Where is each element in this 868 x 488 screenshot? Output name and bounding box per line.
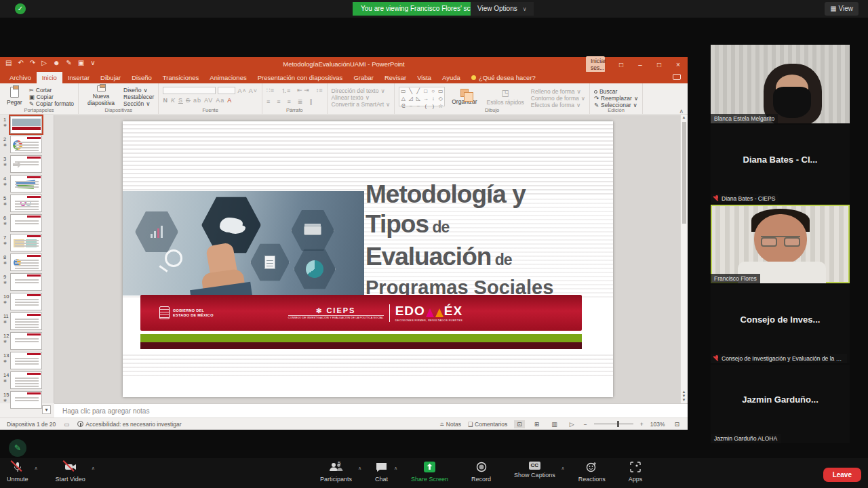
italic-button[interactable]: K xyxy=(171,97,176,104)
show-captions-button[interactable]: CC Show Captions ∧ xyxy=(514,462,555,483)
new-slide-button[interactable]: Nueva diapositiva xyxy=(83,85,119,106)
captions-chevron[interactable]: ∧ xyxy=(561,466,565,471)
record-button[interactable]: Record xyxy=(471,462,491,483)
participants-button[interactable]: 5 Participants ∧ xyxy=(320,462,352,483)
text-direction-button[interactable]: Dirección del texto ∨ xyxy=(332,87,391,94)
ppt-menu-tab-dibujar[interactable]: Dibujar xyxy=(95,72,126,83)
bold-button[interactable]: N xyxy=(163,97,168,104)
slide-title[interactable]: Metodología y Tipos de Evaluación de Pro… xyxy=(366,180,610,300)
justify-button[interactable]: ≣ xyxy=(298,98,303,105)
video-options-chevron[interactable]: ∧ xyxy=(92,466,95,471)
shape-outline-button[interactable]: Contorno de forma ∨ xyxy=(531,95,585,102)
ppt-menu-tab-ayuda[interactable]: Ayuda xyxy=(437,72,466,83)
unmute-button[interactable]: Unmute ∧ xyxy=(7,462,28,483)
normal-view-button[interactable]: ⊡ xyxy=(514,420,525,428)
participant-tile-diana[interactable]: Diana Bates - CI... Diana Bates - CIEPS xyxy=(711,125,850,203)
zoom-level[interactable]: 103% xyxy=(650,421,665,428)
zoom-in-button[interactable]: + xyxy=(640,421,644,428)
ppt-menu-tab-presentaci-n-con-diapositivas[interactable]: Presentación con diapositivas xyxy=(252,72,349,83)
ppt-menu-tab-archivo[interactable]: Archivo xyxy=(4,72,37,83)
comments-toggle[interactable]: ❑ Comentarios xyxy=(468,421,507,428)
fit-slide-button[interactable]: ⊡ xyxy=(671,420,682,428)
change-case-button[interactable]: Aa xyxy=(216,97,224,104)
security-shield-icon[interactable]: ✓ xyxy=(15,3,26,14)
participant-tile-jazmin[interactable]: Jazmin Garduño... Jazmin Garduño ALOHA xyxy=(711,365,850,443)
tell-me-box[interactable]: ¿Qué desea hacer? xyxy=(466,72,541,83)
grow-shrink-font[interactable]: A˄ A˅ xyxy=(237,87,258,94)
slide-thumbnail-1[interactable]: 1✱ xyxy=(0,115,54,135)
align-right-button[interactable]: ≡ xyxy=(287,98,290,105)
ppt-menu-tab-grabar[interactable]: Grabar xyxy=(348,72,379,83)
slide-thumbnail-9[interactable]: 9✱ xyxy=(0,272,54,292)
align-left-button[interactable]: ≡ xyxy=(267,98,270,105)
slide-thumbnail-6[interactable]: 6✱ xyxy=(0,214,54,233)
numbering-button[interactable]: ⒈≡ xyxy=(281,87,290,96)
replace-button[interactable]: ↷Reemplazar ∨ xyxy=(594,95,638,102)
slide-canvas[interactable]: Metodología y Tipos de Evaluación de Pro… xyxy=(123,121,613,397)
shape-fill-button[interactable]: Relleno de forma ∨ xyxy=(531,88,585,95)
bullets-button[interactable]: ∷≡ xyxy=(267,87,274,96)
participant-tile-blanca[interactable]: Blanca Estela Melgarito xyxy=(711,45,850,123)
ppt-menu-tab-transiciones[interactable]: Transiciones xyxy=(157,72,205,83)
reset-button[interactable]: Restablecer xyxy=(123,94,154,100)
leave-button[interactable]: Leave xyxy=(823,468,861,482)
slideshow-view-button[interactable]: ▷ xyxy=(567,420,577,428)
slide-thumbnail-5[interactable]: 5✱ xyxy=(0,194,54,214)
ribbon-display-icon[interactable]: □ xyxy=(612,61,631,68)
ppt-menu-tab-inicio[interactable]: Inicio xyxy=(37,72,62,83)
slide-scrollbar[interactable]: ▲ ▲ ▼ ▼ xyxy=(680,115,687,403)
slide-thumbnail-3[interactable]: 3✱ xyxy=(0,155,54,174)
cut-button[interactable]: ✂Cortar xyxy=(29,87,74,94)
ppt-menu-tab-animaciones[interactable]: Animaciones xyxy=(204,72,252,83)
chat-chevron[interactable]: ∧ xyxy=(394,466,397,471)
minimize-button[interactable]: – xyxy=(631,61,650,68)
smartart-button[interactable]: Convertir a SmartArt ∨ xyxy=(332,101,391,108)
underline-button[interactable]: S xyxy=(178,97,183,104)
find-button[interactable]: Buscar xyxy=(594,88,638,95)
shapes-gallery[interactable]: ▭╲╱□○▭ △◿◺→↓◇ ᘓ~~()☆ xyxy=(399,87,445,106)
comment-bubble-icon[interactable] xyxy=(673,74,681,80)
indent-buttons[interactable]: ⇤ ⇥ xyxy=(297,87,309,96)
char-spacing-button[interactable]: AV xyxy=(204,97,213,104)
accessibility-status[interactable]: Accesibilidad: es necesario investigar xyxy=(77,421,181,428)
ppt-menu-tab-vista[interactable]: Vista xyxy=(412,72,437,83)
slide-thumbnail-panel[interactable]: 1✱2✱3✱4✱5✱6✱7✱8✱9✱10✱11✱12✱13✱14✱15✱ xyxy=(0,115,54,403)
collapse-ribbon-icon[interactable]: ∧ xyxy=(679,108,684,115)
sign-in-button[interactable]: Iniciar ses... xyxy=(586,56,605,73)
zoom-out-button[interactable]: − xyxy=(584,421,587,428)
ppt-menu-tab-dise-o[interactable]: Diseño xyxy=(126,72,157,83)
section-button[interactable]: Sección∨ xyxy=(123,100,154,107)
strikethrough-button[interactable]: S xyxy=(186,97,191,104)
notes-toggle[interactable]: ≐ Notas xyxy=(439,421,461,428)
reading-view-button[interactable]: ▥ xyxy=(549,420,560,428)
ppt-menu-tab-insertar[interactable]: Insertar xyxy=(62,72,95,83)
slide-thumbnail-11[interactable]: 11✱ xyxy=(0,312,54,331)
paste-button[interactable]: Pegar xyxy=(4,85,25,106)
chat-button[interactable]: Chat ∧ xyxy=(375,462,388,483)
view-button[interactable]: ▦ View xyxy=(825,2,859,16)
slide-thumbnail-2[interactable]: 2✱ xyxy=(0,135,54,155)
format-painter-button[interactable]: ✎Copiar formato xyxy=(29,100,74,107)
slide-thumbnail-13[interactable]: 13✱ xyxy=(0,351,54,371)
share-screen-button[interactable]: Share Screen xyxy=(411,462,448,483)
align-text-button[interactable]: Alinear texto ∨ xyxy=(332,94,391,101)
view-options-button[interactable]: View Options∨ xyxy=(471,2,534,16)
display-settings-icon[interactable]: ▭ xyxy=(64,421,69,428)
font-size-box[interactable] xyxy=(218,87,235,94)
slide-sorter-view-button[interactable]: ⊞ xyxy=(532,420,542,428)
slide-thumbnail-8[interactable]: 8✱ xyxy=(0,253,54,272)
zoom-slider[interactable] xyxy=(594,424,633,424)
notes-pane[interactable]: Haga clic para agregar notas xyxy=(54,403,688,418)
ppt-menu-tab-revisar[interactable]: Revisar xyxy=(379,72,412,83)
quick-styles-button[interactable]: ◳ Estilos rápidos xyxy=(484,87,527,106)
font-name-box[interactable] xyxy=(163,87,216,94)
slide-thumbnail-10[interactable]: 10✱ xyxy=(0,292,54,312)
columns-button[interactable]: ∥ xyxy=(309,98,313,105)
annotation-pencil-button[interactable]: ✎ xyxy=(9,439,26,457)
apps-button[interactable]: Apps xyxy=(629,462,643,483)
participant-tile-consejo[interactable]: Consejo de Inves... Consejo de Investiga… xyxy=(711,285,850,363)
participant-tile-francisco[interactable]: Francisco Flores xyxy=(711,205,850,283)
slide-thumbnail-7[interactable]: 7✱ xyxy=(0,233,54,253)
slide-thumbnail-12[interactable]: 12✱ xyxy=(0,331,54,351)
shadow-button[interactable]: ab xyxy=(193,97,201,104)
